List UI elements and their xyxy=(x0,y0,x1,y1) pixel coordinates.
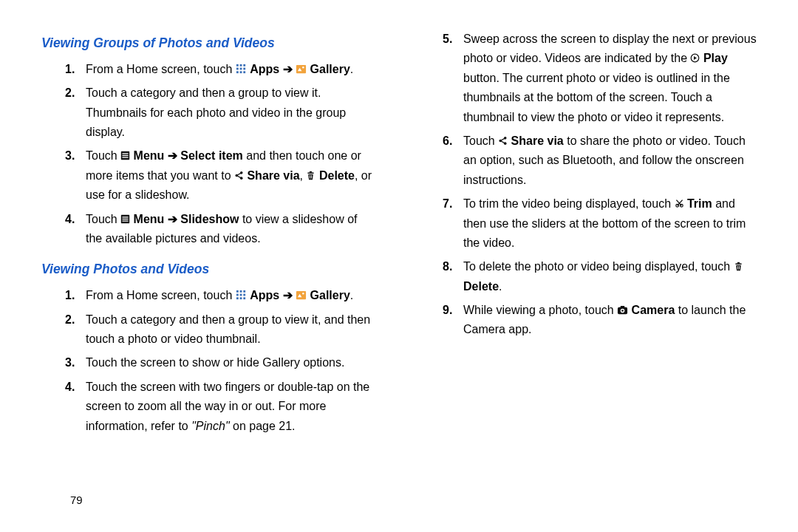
share-icon xyxy=(234,171,244,180)
gallery-icon xyxy=(296,64,307,75)
menu-icon xyxy=(120,214,130,224)
camera-icon xyxy=(617,304,628,316)
step: 4. Touch the screen with two fingers or … xyxy=(65,378,373,436)
delete-icon xyxy=(306,171,316,180)
page-number: 79 xyxy=(70,491,83,510)
step: 9. While viewing a photo, touch Camera t… xyxy=(443,301,761,340)
step: 3. Touch the screen to show or hide Gall… xyxy=(65,353,373,372)
section-heading-groups: Viewing Groups of Photos and Videos xyxy=(41,33,373,54)
gallery-icon xyxy=(296,290,307,301)
step: 1. From a Home screen, touch Apps ➔ Gall… xyxy=(65,60,373,79)
trim-icon xyxy=(675,199,684,208)
section-heading-photos: Viewing Photos and Videos xyxy=(41,259,373,280)
photos-steps-cont: 5. Sweep across the screen to display th… xyxy=(443,30,761,340)
apps-icon xyxy=(236,64,247,75)
step: 2. Touch a category and then a group to … xyxy=(65,83,373,142)
step: 1. From a Home screen, touch Apps ➔ Gall… xyxy=(65,286,373,305)
right-column: 5. Sweep across the screen to display th… xyxy=(399,0,798,532)
step: 4. Touch Menu ➔ Slideshow to view a slid… xyxy=(65,210,373,249)
share-icon xyxy=(498,136,508,146)
left-column: Viewing Groups of Photos and Videos 1. F… xyxy=(0,0,399,532)
step: 5. Sweep across the screen to display th… xyxy=(443,30,761,127)
step: 2. Touch a category and then a group to … xyxy=(65,310,373,349)
groups-steps: 1. From a Home screen, touch Apps ➔ Gall… xyxy=(65,60,373,249)
delete-icon xyxy=(734,262,743,271)
step: 6. Touch Share via to share the photo or… xyxy=(443,132,761,190)
step: 3. Touch Menu ➔ Select item and then tou… xyxy=(65,146,373,205)
photos-steps: 1. From a Home screen, touch Apps ➔ Gall… xyxy=(65,286,373,436)
step: 8. To delete the photo or video being di… xyxy=(443,257,761,296)
play-icon xyxy=(690,53,700,63)
menu-icon xyxy=(120,151,130,160)
step: 7. To trim the video being displayed, to… xyxy=(443,194,761,253)
apps-icon xyxy=(236,290,247,301)
